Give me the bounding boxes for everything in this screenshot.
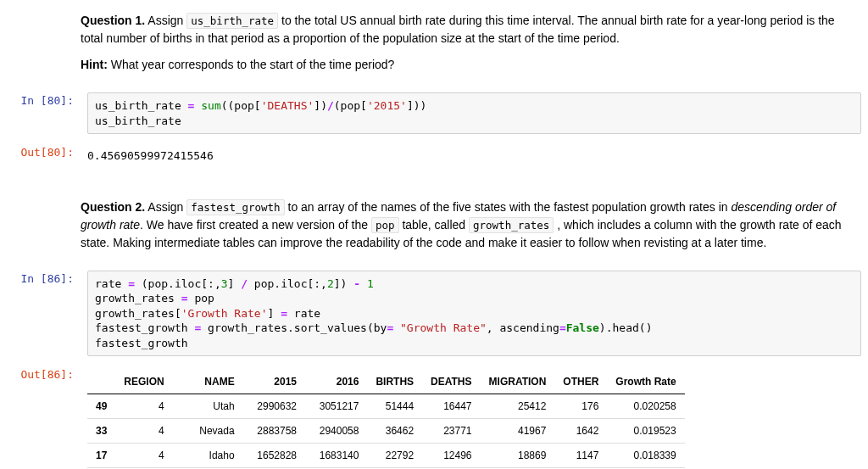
q2-t1: Assign: [145, 200, 186, 214]
empty-prompt: [0, 195, 81, 264]
code-content: us_birth_rate = sum((pop['DEATHS'])/(pop…: [81, 89, 868, 137]
table-cell: 4: [115, 444, 172, 468]
col-header: OTHER: [554, 370, 607, 394]
table-cell: 1147: [554, 444, 607, 468]
table-row: 174Idaho16528281683140227921249618869114…: [87, 444, 685, 468]
q2-t4: table, called: [399, 218, 470, 232]
inline-code: fastest_growth: [186, 199, 284, 215]
table-cell: Idaho: [173, 444, 243, 468]
spacer: [0, 175, 868, 195]
table-cell: 2990632: [243, 394, 305, 419]
table-cell: Utah: [173, 394, 243, 419]
col-header: BIRTHS: [367, 370, 422, 394]
markdown-content: Question 2. Assign fastest_growth to an …: [81, 195, 868, 264]
notebook: Question 1. Assign us_birth_rate to the …: [0, 8, 868, 469]
out-prompt: Out[86]:: [0, 363, 81, 469]
table-cell: 0.020258: [607, 394, 684, 419]
markdown-content: Question 1. Assign us_birth_rate to the …: [81, 8, 868, 86]
table-cell: 0.018339: [607, 444, 684, 468]
table-cell: 4: [115, 394, 172, 419]
markdown-cell-q2: Question 2. Assign fastest_growth to an …: [0, 195, 868, 264]
table-cell: 25412: [481, 394, 555, 419]
table-row: 494Utah299063230512175144416447254121760…: [87, 394, 685, 419]
output-cell-86: Out[86]: REGION NAME 2015 2016 BIRTHS DE…: [0, 363, 868, 469]
table-cell: 23771: [422, 419, 480, 444]
code-input[interactable]: rate = (pop.iloc[:,3] / pop.iloc[:,2]) -…: [87, 271, 861, 357]
output-cell-80: Out[80]: 0.45690599972415546: [0, 141, 868, 171]
col-header: Growth Rate: [607, 370, 684, 394]
markdown-cell-q1: Question 1. Assign us_birth_rate to the …: [0, 8, 868, 86]
table-cell: 22792: [367, 444, 422, 468]
hint-text: What year corresponds to the start of th…: [108, 58, 395, 71]
in-prompt: In [86]:: [0, 267, 81, 360]
code-cell-86: In [86]: rate = (pop.iloc[:,3] / pop.ilo…: [0, 267, 868, 360]
table-cell: 2883758: [243, 419, 305, 444]
col-header: MIGRATION: [481, 370, 555, 394]
row-index: 17: [87, 444, 115, 468]
output-content: 0.45690599972415546: [81, 141, 868, 171]
table-cell: 1652828: [243, 444, 305, 468]
q1-text-a: Assign: [145, 14, 186, 27]
table-cell: 1642: [554, 419, 607, 444]
q2-t2: to an array of the names of the five sta…: [285, 200, 732, 214]
inline-code: growth_rates: [469, 217, 554, 233]
col-header: 2015: [243, 370, 305, 394]
table-cell: 3051217: [305, 394, 367, 419]
table-cell: 51444: [367, 394, 422, 419]
table-row: 334Nevada2883758294005836462237714196716…: [87, 419, 685, 444]
inline-code: pop: [371, 217, 399, 233]
table-cell: 41967: [481, 419, 555, 444]
output-content: REGION NAME 2015 2016 BIRTHS DEATHS MIGR…: [81, 363, 868, 469]
table-cell: 1683140: [305, 444, 367, 468]
table-cell: 176: [554, 394, 607, 419]
in-prompt: In [80]:: [0, 89, 81, 137]
out-prompt: Out[80]:: [0, 141, 81, 171]
q2-t3: . We have first created a new version of…: [140, 218, 371, 232]
code-cell-80: In [80]: us_birth_rate = sum((pop['DEATH…: [0, 89, 868, 137]
table-cell: 36462: [367, 419, 422, 444]
output-text: 0.45690599972415546: [87, 144, 861, 168]
empty-prompt: [0, 8, 81, 86]
hint-label: Hint:: [81, 58, 108, 71]
table-cell: 0.019523: [607, 419, 684, 444]
code-content: rate = (pop.iloc[:,3] / pop.iloc[:,2]) -…: [81, 267, 868, 360]
code-input[interactable]: us_birth_rate = sum((pop['DEATHS'])/(pop…: [87, 92, 861, 134]
inline-code: us_birth_rate: [186, 13, 278, 29]
question-label: Question 1.: [81, 14, 145, 27]
table-cell: 12496: [422, 444, 480, 468]
col-header: NAME: [173, 370, 243, 394]
row-index: 33: [87, 419, 115, 444]
col-header: DEATHS: [422, 370, 480, 394]
col-header: [87, 370, 115, 394]
table-header-row: REGION NAME 2015 2016 BIRTHS DEATHS MIGR…: [87, 370, 685, 394]
row-index: 49: [87, 394, 115, 419]
dataframe: REGION NAME 2015 2016 BIRTHS DEATHS MIGR…: [87, 370, 685, 469]
col-header: REGION: [115, 370, 172, 394]
table-cell: Nevada: [173, 419, 243, 444]
question-label: Question 2.: [81, 200, 145, 214]
table-cell: 16447: [422, 394, 480, 419]
table-cell: 18869: [481, 444, 555, 468]
table-cell: 4: [115, 419, 172, 444]
col-header: 2016: [305, 370, 367, 394]
table-cell: 2940058: [305, 419, 367, 444]
